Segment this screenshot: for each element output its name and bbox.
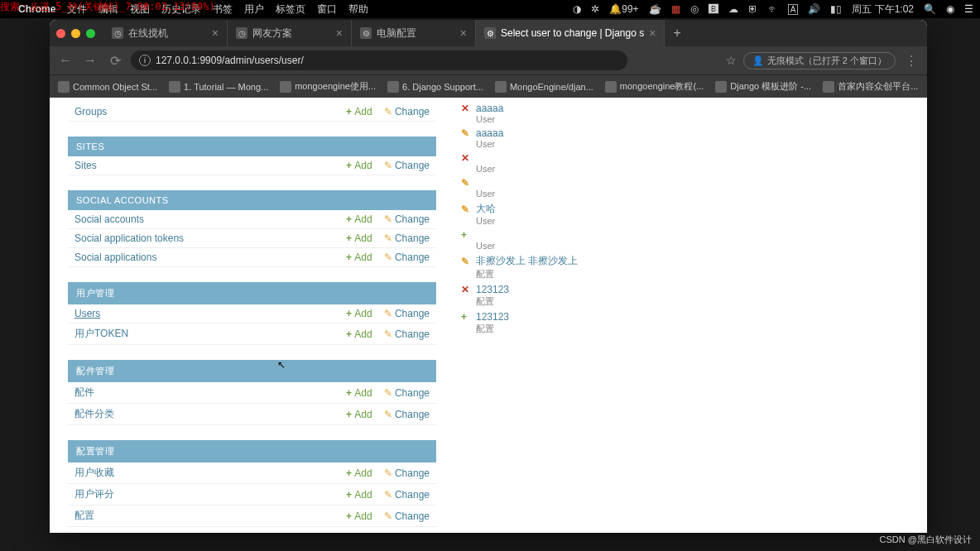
model-link[interactable]: Users: [74, 308, 100, 319]
change-link[interactable]: Change: [384, 252, 430, 263]
menu-bookmarks[interactable]: 书签: [213, 2, 233, 17]
tab-2[interactable]: ⚙电脑配置×: [352, 20, 476, 46]
add-link[interactable]: Add: [346, 232, 372, 244]
bookmark-item[interactable]: Common Object St...: [58, 81, 157, 93]
add-link[interactable]: Add: [346, 160, 372, 171]
change-link[interactable]: Change: [384, 160, 430, 171]
tray-icon[interactable]: ☕: [649, 3, 661, 15]
battery-icon[interactable]: ▮▯: [830, 3, 842, 15]
model-link[interactable]: 用户评分: [74, 487, 114, 501]
recent-object-link[interactable]: aaaaa: [476, 127, 503, 139]
recent-object-link[interactable]: 123123: [476, 284, 509, 295]
change-link[interactable]: Change: [384, 489, 430, 501]
change-link[interactable]: Change: [384, 510, 430, 522]
bookmark-item[interactable]: 1. Tutorial — Mong...: [169, 81, 268, 93]
change-link[interactable]: Change: [384, 387, 430, 399]
add-link[interactable]: Add: [346, 409, 372, 420]
tray-icon[interactable]: ◎: [690, 3, 699, 15]
maximize-window[interactable]: [86, 29, 95, 38]
add-link[interactable]: Add: [346, 489, 372, 501]
recent-object-link[interactable]: aaaaa: [476, 103, 503, 114]
add-link[interactable]: Add: [346, 252, 372, 263]
siri-icon[interactable]: ◉: [946, 3, 954, 15]
change-link[interactable]: Change: [384, 213, 430, 225]
input-icon[interactable]: A: [788, 4, 799, 15]
close-icon[interactable]: ×: [460, 26, 467, 40]
menu-help[interactable]: 帮助: [348, 2, 368, 17]
minimize-window[interactable]: [71, 29, 80, 38]
mouse-cursor: ↖: [277, 359, 286, 371]
tray-icon[interactable]: ✲: [591, 3, 599, 15]
favicon-icon: ⚙: [360, 27, 372, 39]
incognito-indicator[interactable]: 👤 无痕模式（已打开 2 个窗口）: [743, 52, 896, 69]
add-link[interactable]: Add: [346, 510, 372, 522]
model-link[interactable]: 用户TOKEN: [74, 327, 128, 341]
clock[interactable]: 周五 下午1:02: [852, 2, 914, 17]
menu-window[interactable]: 窗口: [317, 2, 337, 17]
tab-0[interactable]: ◷在线搅机×: [103, 20, 228, 46]
change-link[interactable]: Change: [384, 328, 430, 340]
model-link[interactable]: Social accounts: [74, 213, 144, 225]
tab-3[interactable]: ⚙Select user to change | Django s×: [476, 20, 665, 46]
change-link[interactable]: Change: [384, 308, 430, 319]
close-window[interactable]: [56, 29, 65, 38]
close-icon[interactable]: ×: [212, 26, 219, 40]
spotlight-icon[interactable]: 🔍: [924, 3, 936, 15]
bookmark-star-icon[interactable]: ☆: [726, 54, 737, 67]
add-link[interactable]: Add: [346, 328, 372, 340]
recent-object-link[interactable]: 非擦沙发上 非擦沙发上: [476, 254, 578, 268]
change-link[interactable]: Change: [384, 467, 430, 479]
change-link[interactable]: Change: [384, 232, 430, 244]
add-link[interactable]: Add: [346, 387, 372, 399]
reload-button[interactable]: ⟳: [106, 53, 124, 69]
tray-icon[interactable]: ☁: [728, 3, 738, 15]
tray-icon[interactable]: 🅱: [709, 3, 718, 15]
tab-1[interactable]: ◷网友方案×: [228, 20, 352, 46]
model-row: 用户评分AddChange: [68, 484, 436, 505]
forward-button[interactable]: →: [81, 53, 99, 68]
recent-object-link[interactable]: 大哈: [476, 202, 496, 216]
add-link[interactable]: Add: [346, 213, 372, 225]
model-link[interactable]: 配件: [74, 386, 94, 400]
model-link[interactable]: Social applications: [74, 252, 156, 263]
model-link[interactable]: 配件分类: [74, 407, 114, 421]
recent-object-link[interactable]: 123123: [476, 311, 509, 323]
add-link[interactable]: Add: [346, 106, 372, 117]
bookmark-item[interactable]: mongoengine教程(...: [605, 80, 704, 93]
control-center-icon[interactable]: ☰: [964, 3, 973, 15]
recent-type: User: [476, 114, 618, 124]
close-icon[interactable]: ×: [336, 26, 343, 40]
site-info-icon[interactable]: i: [139, 55, 151, 66]
bookmark-icon: [387, 81, 399, 93]
model-link[interactable]: Sites: [74, 160, 97, 171]
volume-icon[interactable]: 🔊: [808, 3, 820, 15]
wifi-icon[interactable]: ᯤ: [768, 3, 778, 15]
bookmark-item[interactable]: Django 模板进阶 -...: [715, 80, 811, 93]
close-icon[interactable]: ×: [649, 26, 656, 40]
change-link[interactable]: Change: [384, 409, 430, 420]
model-row: 配件分类AddChange: [68, 404, 436, 425]
url-input[interactable]: i 127.0.0.1:9909/admin/users/user/: [131, 50, 627, 70]
menu-tabs[interactable]: 标签页: [276, 2, 305, 17]
model-link[interactable]: 用户收藏: [74, 466, 114, 480]
model-link[interactable]: Social application tokens: [74, 232, 184, 244]
back-button[interactable]: ←: [56, 53, 74, 68]
tray-icon[interactable]: ◑: [573, 3, 581, 15]
tray-icon[interactable]: ⛨: [748, 3, 758, 15]
bookmark-item[interactable]: 6. Django Support...: [387, 81, 483, 93]
change-link[interactable]: Change: [384, 106, 430, 117]
bookmark-item[interactable]: MongoEngine/djan...: [495, 81, 593, 93]
add-icon: +: [461, 311, 471, 323]
tray-icon[interactable]: ▦: [671, 3, 680, 15]
notif-badge[interactable]: 🔔99+: [609, 3, 638, 15]
add-link[interactable]: Add: [346, 308, 372, 319]
menu-user[interactable]: 用户: [244, 2, 264, 17]
model-row: UsersAddChange: [68, 304, 436, 323]
new-tab-button[interactable]: +: [665, 26, 689, 41]
bookmark-item[interactable]: 首家内容众创平台...: [823, 80, 918, 93]
add-link[interactable]: Add: [346, 467, 372, 479]
bookmark-item[interactable]: mongoengine使用...: [280, 80, 376, 93]
model-link[interactable]: Groups: [74, 106, 107, 117]
menu-button[interactable]: ⋮: [902, 53, 920, 69]
model-link[interactable]: 配置: [74, 509, 94, 523]
